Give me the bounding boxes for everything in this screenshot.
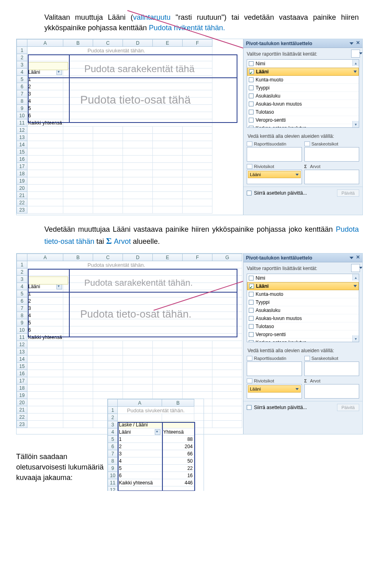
field-row[interactable]: Asukasluku [247, 92, 359, 100]
row-header[interactable]: 3 [108, 421, 118, 428]
col-header-a[interactable]: A [27, 254, 63, 261]
row-header[interactable]: 9 [17, 105, 27, 112]
row-header[interactable]: 18 [17, 170, 27, 177]
row-header[interactable]: 7 [17, 90, 27, 98]
field-row[interactable]: Asukas-luvun muutos [247, 100, 359, 108]
scroll-down-icon[interactable] [352, 335, 359, 342]
col-header-d[interactable]: D [123, 39, 153, 47]
area-row-item[interactable]: Lääni [248, 171, 301, 178]
grid-corner[interactable] [17, 254, 27, 261]
checkbox-icon[interactable] [249, 102, 254, 106]
col-header-a[interactable]: A [27, 39, 63, 47]
row-header[interactable]: 6 [17, 297, 27, 305]
row-header[interactable]: 5 [17, 76, 27, 83]
layout-button[interactable] [351, 264, 360, 272]
area-cols-box[interactable] [304, 147, 360, 162]
field-row[interactable]: Kunta-muoto [247, 76, 359, 84]
field-row[interactable]: Kunta-muoto [247, 290, 359, 298]
row-header[interactable]: 8 [17, 98, 27, 105]
checkbox-icon[interactable] [249, 61, 254, 66]
area-cols-box[interactable] [304, 362, 360, 376]
row-header[interactable]: 21 [17, 192, 27, 199]
field-row[interactable]: Tyyppi [247, 84, 359, 92]
checkbox-icon[interactable] [249, 77, 254, 82]
col-header-b[interactable]: B [162, 399, 194, 407]
row-header[interactable]: 19 [17, 177, 27, 185]
row-header[interactable]: 2 [17, 54, 27, 61]
row-header[interactable]: 10 [17, 112, 27, 119]
row-header[interactable]: 1 [17, 261, 27, 268]
area-filter-box[interactable] [247, 147, 302, 162]
row-header[interactable]: 14 [17, 141, 27, 148]
row-header[interactable]: 13 [17, 348, 27, 355]
checkbox-icon[interactable] [249, 300, 254, 305]
chevron-down-icon[interactable] [354, 71, 357, 73]
row-header[interactable]: 16 [17, 370, 27, 377]
row-header[interactable]: 17 [17, 377, 27, 384]
row-header[interactable]: 12 [17, 341, 27, 348]
row-header[interactable]: 2 [108, 414, 118, 421]
row-header[interactable]: 5 [17, 290, 27, 297]
col-header-b[interactable]: B [63, 254, 93, 261]
area-rows-box[interactable]: Lääni [247, 384, 302, 399]
row-header[interactable]: 9 [108, 465, 118, 472]
col-header-f[interactable]: F [183, 254, 212, 261]
row-header[interactable]: 23 [17, 421, 27, 428]
row-header[interactable]: 3 [17, 276, 27, 283]
area-rows-box[interactable]: Lääni [247, 170, 302, 184]
row-header[interactable]: 12 [17, 127, 27, 134]
col-header-d[interactable]: D [123, 254, 153, 261]
chevron-down-icon[interactable] [354, 285, 357, 287]
field-row[interactable]: Korkea-asteen koulutus [247, 339, 359, 342]
row-header[interactable]: 15 [17, 363, 27, 370]
update-button[interactable]: Päivitä [337, 404, 359, 411]
row-header[interactable]: 12 [108, 486, 118, 491]
row-header[interactable]: 19 [17, 392, 27, 399]
close-icon[interactable]: ✕ [356, 255, 361, 260]
row-header[interactable]: 2 [17, 268, 27, 276]
col-header-e[interactable]: E [153, 254, 183, 261]
row-header[interactable]: 15 [17, 148, 27, 156]
chevron-down-icon[interactable] [350, 42, 354, 45]
row-header[interactable]: 7 [17, 305, 27, 312]
row-header[interactable]: 3 [17, 61, 27, 69]
row-header[interactable]: 6 [108, 443, 118, 450]
scroll-down-icon[interactable] [352, 121, 359, 127]
row-header[interactable]: 23 [17, 206, 27, 214]
row-header[interactable]: 4 [108, 428, 118, 436]
checkbox-icon[interactable] [249, 292, 254, 297]
col-header-f[interactable]: F [183, 39, 212, 47]
chevron-down-icon[interactable] [295, 388, 299, 390]
area-values-box[interactable] [304, 384, 360, 399]
field-row[interactable]: Nimi [247, 274, 359, 282]
row-header[interactable]: 1 [17, 47, 27, 54]
row-header[interactable]: 9 [17, 319, 27, 326]
row-header[interactable]: 7 [108, 450, 118, 457]
checkbox-icon[interactable] [249, 332, 254, 337]
col-header-e[interactable]: E [153, 39, 183, 47]
row-header[interactable]: 11 [17, 334, 27, 341]
checkbox-icon[interactable] [249, 110, 254, 114]
field-row[interactable]: Veropro-sentti [247, 330, 359, 339]
chevron-down-icon[interactable] [350, 257, 354, 259]
row-drop-area[interactable] [28, 62, 68, 70]
chevron-down-icon[interactable] [295, 174, 299, 176]
field-row[interactable]: Korkea-asteen koulutus [247, 124, 359, 128]
row-header[interactable]: 20 [17, 185, 27, 192]
update-button[interactable]: Päivitä [337, 189, 359, 197]
row-header[interactable]: 14 [17, 355, 27, 363]
area-values-box[interactable] [304, 170, 360, 184]
layout-button[interactable] [351, 50, 360, 58]
area-filter-box[interactable] [247, 362, 302, 376]
row-header[interactable]: 1 [108, 407, 118, 414]
row-drop-area[interactable] [28, 276, 68, 285]
field-row[interactable]: Veropro-sentti [247, 116, 359, 124]
checkbox-icon[interactable] [249, 118, 254, 123]
row-header[interactable]: 17 [17, 163, 27, 170]
row-header[interactable]: 8 [108, 457, 118, 465]
checkbox-icon[interactable] [249, 276, 254, 280]
field-row[interactable]: Tyyppi [247, 298, 359, 306]
dropdown-icon[interactable] [155, 429, 160, 435]
checkbox-icon[interactable] [249, 126, 254, 128]
field-row[interactable]: Asukasluku [247, 306, 359, 314]
